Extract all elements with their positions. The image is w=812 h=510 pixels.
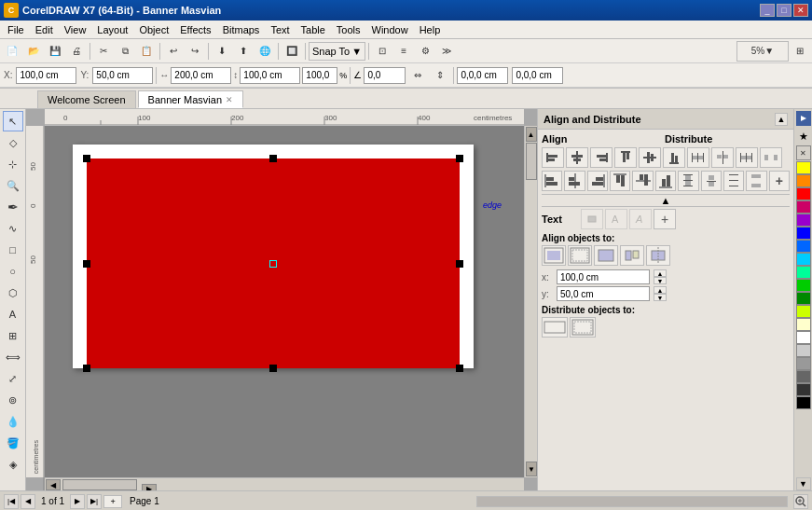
y-input[interactable]: [92, 67, 153, 84]
zoom-in-status-btn[interactable]: [793, 494, 808, 509]
menu-text[interactable]: Text: [265, 22, 295, 37]
align-bottom-btn[interactable]: [663, 147, 685, 168]
color-orange[interactable]: [796, 174, 811, 187]
color-lime[interactable]: [796, 305, 811, 318]
align-to-object-btn[interactable]: [646, 245, 670, 266]
dist-bottom-btn[interactable]: [723, 171, 744, 191]
text-tool[interactable]: A: [3, 304, 23, 324]
tab-close-btn[interactable]: ✕: [226, 95, 233, 104]
handle-ml[interactable]: [83, 260, 90, 268]
zoom-extend-btn[interactable]: ⊞: [790, 41, 810, 62]
color-pink[interactable]: [796, 200, 811, 214]
page-add-btn[interactable]: +: [103, 495, 122, 508]
panel-collapse-btn[interactable]: ▲: [775, 113, 788, 126]
dist-to-page-btn[interactable]: [570, 317, 596, 338]
cx-input[interactable]: [457, 67, 508, 84]
crop-tool[interactable]: ⊹: [3, 154, 23, 174]
x-input[interactable]: [16, 67, 76, 84]
align-to-drawing-btn[interactable]: [594, 245, 618, 266]
scrollbar-vertical[interactable]: ▲ ▼: [524, 126, 537, 477]
align-page-left-btn[interactable]: [542, 171, 562, 191]
x-up-btn[interactable]: ▲: [654, 269, 667, 277]
favorites-btn[interactable]: ★: [796, 129, 811, 144]
color-white[interactable]: [796, 331, 811, 344]
dist-gap-h-btn[interactable]: [760, 147, 782, 168]
handle-bl[interactable]: [83, 365, 90, 372]
page-scrollbar[interactable]: [476, 496, 788, 507]
redo-btn[interactable]: ↪: [185, 41, 205, 62]
align-left-btn[interactable]: [542, 147, 564, 168]
align-center-tb[interactable]: ≡: [393, 41, 414, 62]
color-darkgreen[interactable]: [796, 292, 811, 305]
align-center-v-btn[interactable]: [639, 147, 661, 168]
y-down-btn[interactable]: ▼: [654, 294, 667, 301]
color-gray[interactable]: [796, 357, 811, 370]
eyedrop-tool[interactable]: 💧: [3, 411, 23, 432]
handle-bm[interactable]: [269, 365, 277, 372]
ellipse-tool[interactable]: ○: [3, 261, 23, 282]
paste-btn[interactable]: 📋: [136, 41, 157, 62]
mirror-v-btn[interactable]: ⇕: [430, 65, 450, 86]
more-btn[interactable]: ≫: [436, 41, 457, 62]
color-blue[interactable]: [796, 227, 811, 240]
dist-center-btn[interactable]: [711, 147, 734, 168]
menu-object[interactable]: Object: [133, 22, 174, 37]
x-coord-input[interactable]: [557, 269, 650, 284]
w-input[interactable]: [171, 67, 231, 84]
align-right-btn[interactable]: [590, 147, 612, 168]
align-page-bottom-btn[interactable]: [655, 171, 676, 191]
align-to-selection-btn[interactable]: [620, 245, 644, 266]
interactive-fill[interactable]: ◈: [3, 454, 23, 475]
color-purple[interactable]: [796, 214, 811, 227]
color-cyan[interactable]: [796, 253, 811, 266]
save-btn[interactable]: 💾: [45, 41, 65, 62]
table-tool[interactable]: ⊞: [3, 325, 23, 346]
minimize-btn[interactable]: _: [760, 4, 775, 17]
handle-tl[interactable]: [83, 155, 90, 162]
cy-input[interactable]: [512, 67, 563, 84]
smart-draw-tool[interactable]: ∿: [3, 218, 23, 239]
align-center-h-btn[interactable]: [566, 147, 588, 168]
handle-tm[interactable]: [269, 155, 277, 162]
menu-edit[interactable]: Edit: [30, 22, 59, 37]
color-mint[interactable]: [796, 266, 811, 279]
menu-bitmaps[interactable]: Bitmaps: [217, 22, 266, 37]
handle-mr[interactable]: [456, 260, 463, 268]
no-color-btn[interactable]: ✕: [796, 145, 811, 160]
snap-btn[interactable]: 🔲: [282, 41, 302, 62]
dist-to-extent-btn[interactable]: [542, 317, 568, 338]
freehand-tool[interactable]: ✒: [3, 197, 23, 217]
options-btn[interactable]: ⚙: [415, 41, 435, 62]
new-btn[interactable]: 📄: [2, 41, 22, 62]
maximize-btn[interactable]: □: [777, 4, 791, 17]
align-top-btn[interactable]: [614, 147, 637, 168]
align-page-center-h-btn[interactable]: [564, 171, 585, 191]
tab-banner[interactable]: Banner Masvian ✕: [138, 90, 244, 108]
page-prev-btn[interactable]: ◀: [21, 494, 35, 509]
text-align3-btn[interactable]: A: [629, 209, 652, 229]
color-darkgray[interactable]: [796, 370, 811, 383]
color-lightyellow[interactable]: [796, 318, 811, 331]
text-add-btn[interactable]: +: [654, 209, 676, 229]
dim-tool[interactable]: ⟺: [3, 347, 23, 367]
polygon-tool[interactable]: ⬡: [3, 283, 23, 303]
text-align2-btn[interactable]: A: [605, 209, 627, 229]
shape-tool[interactable]: ◇: [3, 132, 23, 153]
handle-tr[interactable]: [456, 155, 463, 162]
color-black[interactable]: [796, 396, 811, 409]
angle-input[interactable]: [364, 67, 406, 84]
page-first-btn[interactable]: |◀: [4, 494, 19, 509]
export-btn[interactable]: ⬆: [233, 41, 254, 62]
menu-window[interactable]: Window: [366, 22, 414, 37]
fill-tool[interactable]: 🪣: [3, 433, 23, 453]
align-to-page-btn[interactable]: [542, 245, 566, 266]
close-btn[interactable]: ✕: [793, 4, 808, 17]
zoom-dropdown[interactable]: 5%▼: [736, 41, 789, 62]
text-align1-btn[interactable]: [581, 209, 603, 229]
align-left-tb[interactable]: ⊡: [372, 41, 392, 62]
print-btn[interactable]: 🖨: [66, 41, 87, 62]
dist-right-btn[interactable]: [736, 147, 758, 168]
panel-dock-btn[interactable]: [796, 111, 811, 126]
add-align-btn[interactable]: +: [769, 171, 790, 191]
color-green[interactable]: [796, 279, 811, 292]
